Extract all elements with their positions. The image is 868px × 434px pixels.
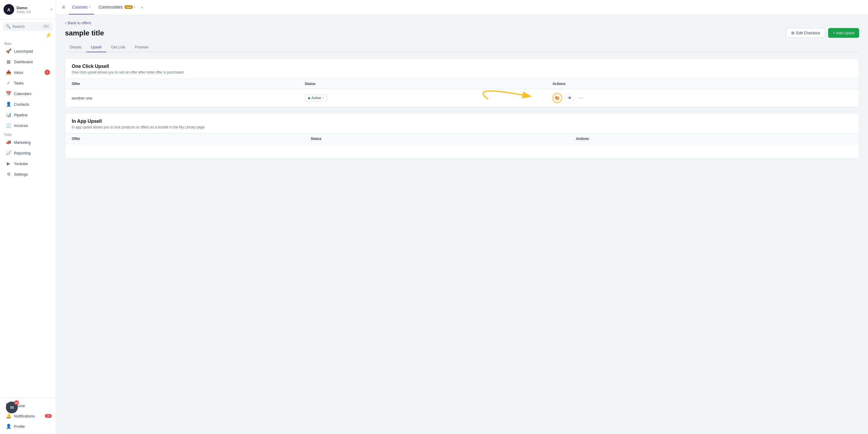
user-location: Irvine, CA — [17, 10, 48, 13]
sidebar-item-pipeline[interactable]: 📊 Pipeline — [2, 110, 54, 120]
actions-container: 🎨 — [553, 93, 852, 103]
tab-details[interactable]: Details — [65, 42, 86, 52]
sidebar-item-calendars[interactable]: 📅 Calendars — [2, 89, 54, 99]
more-chevron-icon: ▾ — [141, 6, 143, 10]
inbox-badge: 0 — [44, 70, 50, 75]
youtube-icon: ▶ — [6, 161, 11, 166]
calendars-icon: 📅 — [6, 91, 11, 96]
one-click-desc: One click upsell allows you to sell an o… — [72, 70, 852, 74]
back-link[interactable]: ‹ Back to offers — [65, 21, 859, 25]
sidebar-item-youtube[interactable]: ▶ Youtube — [2, 159, 54, 168]
status-chevron-icon: ▾ — [322, 97, 324, 99]
col-status: Status — [298, 79, 546, 89]
one-click-upsell-section: One Click Upsell One click upsell allows… — [65, 58, 859, 107]
sidebar: A Demo Irvine, CA ▾ 🔍 Search ⌘K ⚡ Apps 🚀… — [0, 0, 56, 434]
notifications-icon: 🔔 — [6, 413, 11, 418]
communities-chevron-icon: ▾ — [134, 5, 135, 8]
notification-bubble[interactable]: ✉ 20 — [6, 402, 18, 413]
edit-checkout-label: Edit Checkout — [796, 31, 820, 35]
page-header: sample title ⊞ Edit Checkout + Add Upsel… — [65, 28, 859, 38]
inbox-icon: 📥 — [6, 70, 11, 75]
sidebar-item-launchpad[interactable]: 🚀 Launchpad — [2, 46, 54, 56]
edit-checkout-button[interactable]: ⊞ Edit Checkout — [786, 28, 825, 38]
tab-get-link-label: Get Link — [111, 45, 125, 49]
user-info: Demo Irvine, CA — [17, 6, 48, 13]
search-label: Search — [12, 24, 41, 29]
sidebar-item-label: Tasks — [14, 81, 24, 85]
search-icon: 🔍 — [6, 24, 11, 29]
sidebar-item-label: Launchpad — [14, 49, 33, 54]
actions-cell: 🎨 — [546, 89, 859, 107]
sidebar-item-label: Settings — [14, 172, 28, 177]
back-link-label: Back to offers — [68, 21, 91, 25]
paint-icon: 🎨 — [555, 96, 560, 100]
action-paint-button[interactable]: 🎨 — [553, 93, 562, 103]
page-content: ‹ Back to offers sample title ⊞ Edit Che… — [56, 15, 868, 434]
in-app-title: In App Upsell — [72, 119, 852, 124]
sidebar-item-profile[interactable]: 👤 Profile — [2, 421, 54, 431]
tab-upsell-label: Upsell — [91, 45, 102, 49]
sidebar-item-label: Reporting — [14, 151, 30, 155]
sidebar-item-reporting[interactable]: 📈 Reporting — [2, 148, 54, 158]
sidebar-item-label: Profile — [14, 424, 25, 429]
action-more-button[interactable]: ··· — [578, 94, 585, 102]
avatar: A — [4, 4, 14, 15]
one-click-title: One Click Upsell — [72, 64, 852, 69]
notifications-badge: 20 — [45, 414, 52, 418]
col-actions-2: Actions — [569, 134, 859, 144]
nav-communities-label: Communities — [99, 5, 123, 9]
top-nav: ≡ Courses ▾ Communities New ▾ ▾ — [56, 0, 868, 15]
status-badge[interactable]: Active ▾ — [305, 94, 328, 101]
action-paint-wrapper: 🎨 — [553, 93, 562, 103]
sidebar-item-label: Calendars — [14, 92, 31, 96]
flash-icon[interactable]: ⚡ — [45, 32, 52, 38]
reporting-icon: 📈 — [6, 150, 11, 156]
sidebar-item-contacts[interactable]: 👤 Contacts — [2, 99, 54, 109]
search-shortcut: ⌘K — [42, 25, 50, 28]
sidebar-item-label: Pipeline — [14, 113, 28, 117]
page-title: sample title — [65, 29, 104, 37]
sidebar-user-header[interactable]: A Demo Irvine, CA ▾ — [0, 0, 56, 19]
tab-get-link[interactable]: Get Link — [106, 42, 130, 52]
main-area: ≡ Courses ▾ Communities New ▾ ▾ ‹ Back t… — [56, 0, 868, 434]
nav-item-courses[interactable]: Courses ▾ — [69, 0, 94, 14]
add-upsell-button[interactable]: + Add Upsell — [828, 28, 859, 38]
sidebar-item-inbox[interactable]: 📥 Inbox 0 — [2, 67, 54, 78]
sidebar-item-dashboard[interactable]: ▦ Dashboard — [2, 57, 54, 67]
sidebar-item-label: Dashboard — [14, 60, 33, 64]
col-status-2: Status — [304, 134, 569, 144]
sidebar-item-label: Inbox — [14, 70, 23, 75]
settings-icon: ⚙ — [6, 172, 11, 177]
hamburger-icon[interactable]: ≡ — [62, 4, 65, 10]
user-chevron-icon[interactable]: ▾ — [51, 7, 52, 11]
add-upsell-label: + Add Upsell — [833, 31, 855, 35]
back-arrow-icon: ‹ — [65, 21, 66, 25]
tab-preview[interactable]: Preview — [130, 42, 153, 52]
apps-section-label: Apps — [0, 39, 56, 46]
sidebar-item-tasks[interactable]: ✓ Tasks — [2, 78, 54, 88]
launchpad-icon: 🚀 — [6, 49, 11, 54]
invoices-icon: 🧾 — [6, 123, 11, 128]
dashboard-icon: ▦ — [6, 59, 11, 64]
contacts-icon: 👤 — [6, 101, 11, 107]
in-app-upsell-section: In App Upsell In app upsell allows you t… — [65, 113, 859, 159]
sidebar-item-label: Marketing — [14, 140, 31, 145]
sidebar-item-invoices[interactable]: 🧾 Invoices — [2, 120, 54, 130]
marketing-icon: 📣 — [6, 140, 11, 145]
sidebar-item-label: Youtube — [14, 161, 28, 166]
profile-icon: 👤 — [6, 424, 11, 429]
communities-new-badge: New — [125, 5, 133, 9]
sidebar-item-label: Notifications — [14, 414, 35, 418]
eye-icon: 👁 — [568, 96, 572, 100]
sidebar-item-label: Invoices — [14, 123, 28, 128]
page-tabs: Details Upsell Get Link Preview — [65, 42, 859, 52]
action-eye-button[interactable]: 👁 — [565, 93, 575, 103]
search-button[interactable]: 🔍 Search ⌘K — [3, 22, 53, 31]
sidebar-item-settings[interactable]: ⚙ Settings — [2, 169, 54, 179]
tab-upsell[interactable]: Upsell — [86, 42, 106, 52]
col-offer-2: Offer — [65, 134, 304, 144]
sidebar-item-marketing[interactable]: 📣 Marketing — [2, 137, 54, 147]
nav-item-communities[interactable]: Communities New ▾ — [95, 0, 139, 14]
in-app-desc: In app upsell allows you to lock product… — [72, 125, 852, 129]
more-chevron[interactable]: ▾ — [141, 5, 143, 10]
